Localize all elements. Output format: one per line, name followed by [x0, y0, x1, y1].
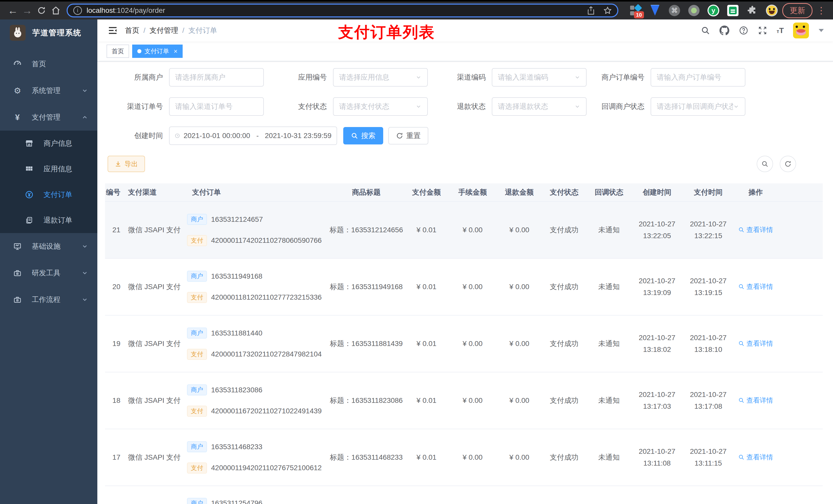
toggle-search-button[interactable] [757, 156, 773, 172]
tag-home[interactable]: 首页 [106, 45, 129, 58]
help-icon[interactable] [739, 26, 748, 35]
browser-forward-button[interactable]: → [20, 3, 34, 18]
sidebar-item-merchant-info[interactable]: 商户信息 [0, 130, 97, 156]
table-row[interactable]: 20 微信 JSAPI 支付 商户1635311949168 支付4200001… [105, 259, 823, 315]
user-avatar[interactable] [793, 23, 809, 39]
owner-label: 所属商户 [108, 72, 169, 82]
channel-order-input-field[interactable] [175, 102, 258, 111]
filter-channel-code: 渠道编码 请输入渠道编码 [428, 68, 587, 87]
cell-notify: 未通知 [587, 282, 632, 292]
search-button[interactable]: 搜索 [343, 127, 383, 144]
cell-status: 支付成功 [542, 339, 587, 349]
fullscreen-icon[interactable] [758, 26, 767, 35]
browser-home-button[interactable] [49, 3, 63, 18]
date-separator: - [254, 131, 261, 140]
yen-circle-icon [24, 190, 35, 199]
header-refund: 退款金额 [497, 188, 542, 197]
sidebar-item-dev-tools[interactable]: 研发工具 [0, 260, 97, 286]
extensions-puzzle-icon[interactable] [746, 5, 758, 16]
create-time-range-picker[interactable]: 2021-10-01 00:00:00 - 2021-10-31 23:59:5… [169, 126, 337, 145]
puzzle-icon [747, 5, 757, 16]
extension-y-icon[interactable]: y [708, 5, 719, 16]
browser-back-button[interactable]: ← [6, 3, 20, 18]
address-bar[interactable]: i localhost:1024/pay/order [67, 4, 618, 18]
breadcrumb-home[interactable]: 首页 [125, 26, 139, 35]
github-icon[interactable] [719, 25, 730, 35]
bookmark-star-icon[interactable] [603, 6, 612, 15]
font-size-icon[interactable]: тT [777, 26, 784, 35]
cell-paid: 2021-10-2713:22:15 [683, 220, 734, 240]
extension-record-icon[interactable] [688, 5, 700, 16]
refresh-table-button[interactable] [780, 156, 796, 172]
browser-update-button[interactable]: 更新 [782, 3, 812, 18]
table-row-partial[interactable]: 商户1635311254796 [105, 486, 823, 504]
tags-view: 首页 支付订单 × [97, 42, 833, 62]
header-search-icon[interactable] [701, 26, 710, 35]
table-row[interactable]: 18 微信 JSAPI 支付 商户1635311823086 支付4200001… [105, 373, 823, 429]
shop-icon [24, 139, 35, 147]
table-row[interactable]: 17 微信 JSAPI 支付 商户1635311468233 支付4200001… [105, 429, 823, 486]
pay-badge: 支付 [187, 462, 207, 474]
merchant-badge: 商户 [187, 441, 207, 452]
table-row[interactable]: 21 微信 JSAPI 支付 商户1635312124657 支付4200001… [105, 202, 823, 259]
chevron-up-icon [81, 114, 88, 121]
view-detail-link[interactable]: 查看详情 [738, 225, 773, 234]
breadcrumb-payment[interactable]: 支付管理 [149, 26, 178, 35]
avatar-caret-icon[interactable] [819, 29, 824, 32]
sidebar-item-workflow[interactable]: 工作流程 [0, 286, 97, 313]
reset-button[interactable]: 重置 [388, 127, 428, 144]
sidebar-toggle-button[interactable] [105, 23, 120, 38]
tag-pay-order[interactable]: 支付订单 × [132, 45, 183, 58]
owner-input-field[interactable] [175, 73, 258, 81]
callback-status-select[interactable]: 请选择订单回调商户状态 [651, 97, 745, 116]
browser-reload-button[interactable] [34, 3, 49, 18]
view-detail-link[interactable]: 查看详情 [738, 282, 773, 291]
date-start: 2021-10-01 00:00:00 [184, 131, 250, 140]
breadcrumb-current: 支付订单 [189, 26, 217, 35]
owner-input[interactable] [169, 68, 264, 87]
extension-command-icon[interactable]: ⌘ [669, 5, 680, 16]
sidebar-item-home[interactable]: 首页 [0, 51, 97, 77]
view-detail-link[interactable]: 查看详情 [738, 339, 773, 348]
sidebar-menu: 首页 ⚙ 系统管理 ¥ 支付管理 [0, 51, 97, 313]
channel-order-input[interactable] [169, 97, 264, 116]
merchant-order-no: 1635311881440 [211, 329, 262, 337]
extension-chat-icon[interactable] [727, 5, 739, 16]
export-button[interactable]: 导出 [108, 156, 145, 172]
extension-diamond-icon[interactable]: 10 [629, 5, 641, 16]
channel-code-select[interactable]: 请输入渠道编码 [492, 68, 587, 87]
app-select[interactable]: 请选择应用信息 [333, 68, 428, 87]
cell-created: 2021-10-2713:19:09 [632, 277, 683, 297]
cell-notify: 未通知 [587, 396, 632, 405]
merchant-order-input-field[interactable] [657, 73, 739, 81]
cell-actions: 查看详情 [734, 339, 778, 349]
table-header-row: 编号 支付渠道 支付订单 商品标题 支付金额 手续金额 退款金额 支付状态 回调… [105, 183, 823, 202]
refresh-icon [396, 132, 403, 139]
sidebar-logo[interactable]: 芋道管理系统 [0, 20, 97, 46]
sidebar-item-refund-order[interactable]: 退款订单 [0, 208, 97, 233]
view-detail-link[interactable]: 查看详情 [738, 453, 773, 462]
merchant-badge: 商户 [187, 271, 207, 282]
sidebar-item-infrastructure[interactable]: 基础设施 [0, 233, 97, 260]
site-info-icon[interactable]: i [73, 6, 82, 15]
cell-title: 标题：1635311468233 [328, 453, 405, 462]
cell-fee: ¥ 0.00 [448, 453, 497, 461]
pay-status-select[interactable]: 请选择支付状态 [333, 97, 428, 116]
table-row[interactable]: 19 微信 JSAPI 支付 商户1635311881440 支付4200001… [105, 315, 823, 373]
sidebar-item-payment[interactable]: ¥ 支付管理 [0, 104, 97, 130]
share-icon[interactable] [587, 6, 595, 15]
active-dot [137, 49, 141, 53]
view-detail-link[interactable]: 查看详情 [738, 396, 773, 405]
merchant-order-input[interactable] [651, 68, 745, 87]
tag-close-icon[interactable]: × [174, 47, 177, 55]
browser-menu-icon[interactable]: ⋮ [817, 5, 826, 16]
profile-avatar-icon[interactable] [766, 5, 778, 16]
merchant-badge: 商户 [187, 498, 207, 504]
sidebar-item-system[interactable]: ⚙ 系统管理 [0, 77, 97, 104]
refund-status-select[interactable]: 请选择退款状态 [492, 97, 587, 116]
refund-status-label: 退款状态 [428, 102, 492, 112]
extension-kite-icon[interactable] [649, 5, 661, 16]
sidebar-item-pay-order[interactable]: 支付订单 [0, 182, 97, 208]
sidebar-item-app-info[interactable]: 应用信息 [0, 156, 97, 182]
view-detail-label: 查看详情 [746, 282, 773, 291]
